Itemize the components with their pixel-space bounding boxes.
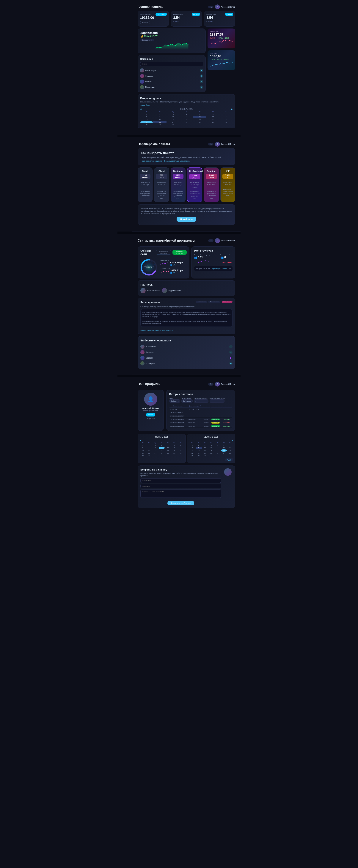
cal-day[interactable]: 24 (152, 452, 159, 454)
cal-day[interactable]: 2 (146, 444, 152, 446)
cal-day[interactable]: 19 (214, 449, 221, 452)
cal-day-17[interactable]: 17 (167, 118, 180, 121)
connect-partner-btn[interactable]: Подключить партнёра (156, 250, 171, 255)
buy-btn-mine1[interactable]: Купить (192, 13, 200, 16)
cal-day[interactable]: 14 (227, 447, 233, 449)
binary-structure-btn[interactable]: Бинарная структура (172, 250, 187, 255)
cal-day[interactable]: 3 (152, 444, 159, 446)
dec-cal-next[interactable]: ▶ (232, 439, 233, 441)
add-mining-btn[interactable]: + (200, 80, 203, 83)
cal-day-19[interactable]: 19 (193, 118, 206, 121)
cal-day[interactable]: 13 (221, 447, 227, 449)
add-investment-btn[interactable]: + (200, 69, 203, 72)
cal-day[interactable]: 28 (177, 452, 184, 454)
cal-day[interactable]: 4 (208, 444, 214, 446)
cal-day-21[interactable]: 21 (220, 118, 233, 121)
cal-day[interactable]: 11 (208, 447, 214, 449)
cal-day[interactable]: 27 (221, 452, 227, 454)
select-investment-btn[interactable]: + (229, 345, 232, 348)
cal-day[interactable]: 2 (196, 444, 202, 446)
filter-type-select[interactable]: Выберите (182, 399, 193, 403)
cal-day-13[interactable]: 13 (206, 116, 219, 118)
cal-day[interactable]: 31 (202, 455, 208, 457)
cal-day[interactable]: 15 (189, 449, 195, 452)
cal-day-12[interactable]: 12 (193, 116, 206, 118)
logout-btn[interactable]: Выйти (146, 413, 156, 416)
cal-day-26[interactable]: 26 (193, 121, 206, 123)
add-support-btn[interactable]: + (200, 86, 203, 89)
cal-day-24[interactable]: 24 (167, 121, 180, 123)
cal-day[interactable]: 16 (146, 449, 152, 452)
lang-selector-4[interactable]: Ru (208, 383, 214, 385)
cal-day[interactable]: 28 (227, 452, 233, 454)
filter-from-select[interactable]: 1 (194, 399, 209, 403)
cal-day[interactable]: 7 (227, 444, 233, 446)
cal-day-27[interactable]: 27 (206, 121, 219, 123)
cal-day[interactable]: 12 (214, 447, 221, 449)
lang-selector-2[interactable]: Ru (208, 143, 214, 146)
left-branch-mode-btn[interactable]: Левая ветка (196, 301, 207, 303)
cal-day[interactable]: 22 (189, 452, 195, 454)
cal-day-1[interactable]: 1 (140, 113, 153, 116)
cal-day[interactable]: 29 (140, 455, 146, 457)
cal-day[interactable]: 29 (189, 455, 195, 457)
cal-day[interactable]: 20 (171, 449, 177, 452)
support-problem-textarea[interactable] (140, 490, 221, 498)
cal-day-22-today[interactable]: 22 (140, 121, 153, 123)
cal-day[interactable]: 25 (159, 452, 165, 454)
cal-day-29[interactable]: 29 (140, 123, 153, 126)
cal-day[interactable]: 1 (140, 444, 146, 446)
cal-day[interactable]: 3 (202, 444, 208, 446)
lang-selector[interactable]: Ru (208, 6, 214, 8)
cal-day-7[interactable]: 7 (220, 113, 233, 116)
cal-day[interactable]: 10 (202, 447, 208, 449)
cal-day[interactable]: 1 (189, 444, 195, 446)
cal-day-today-dec[interactable]: 20 (221, 449, 227, 452)
send-message-btn[interactable]: Отправить сообщение (167, 501, 194, 505)
cal-day[interactable]: 8 (189, 447, 195, 449)
nov-cal-prev[interactable]: ◀ (140, 439, 141, 441)
cal-day[interactable]: 26 (214, 452, 221, 454)
hardfork-link[interactable]: нашем блоге (140, 104, 150, 106)
cal-day-11[interactable]: 11 (180, 116, 193, 118)
package-professional[interactable]: Professional 3 499 USDT Начисляется20 00… (187, 167, 202, 202)
support-name-input[interactable] (140, 484, 221, 488)
cal-day[interactable]: 7 (177, 444, 184, 446)
cal-next-btn[interactable]: ▶ (231, 108, 233, 110)
cal-day-6[interactable]: 6 (206, 113, 219, 116)
distribution-link[interactable]: Читайте: Бинарная структура, Бинарный Ве… (140, 330, 174, 331)
partner-program-link[interactable]: Партнерская программа (141, 160, 162, 162)
period-selector[interactable]: За неделю ▼ (140, 39, 154, 41)
cal-day[interactable]: 25 (208, 452, 214, 454)
cal-day[interactable]: 18 (159, 449, 165, 452)
cal-day-8[interactable]: 8 (140, 116, 153, 118)
cal-day-9[interactable]: 9 (153, 116, 166, 118)
cal-day-3[interactable]: 3 (167, 113, 180, 116)
cal-day[interactable]: 15 (140, 449, 146, 452)
add-date-btn[interactable]: + Дор (225, 458, 233, 461)
cal-day-5[interactable]: 5 (193, 113, 206, 116)
acquire-btn[interactable]: Приобрести (176, 217, 196, 222)
auto-mode-btn[interactable]: Авто ренев (222, 301, 232, 303)
package-premium[interactable]: Premium 4 499 USDT Начисляется50 000 SQV… (204, 167, 219, 202)
package-vip[interactable]: VIP 7 499 USDT НачисляетсятокеновВозможн… (220, 167, 235, 202)
select-support-btn[interactable]: + (229, 362, 232, 365)
cal-day[interactable]: 9 (146, 447, 152, 449)
cal-day-16[interactable]: 16 (153, 118, 166, 121)
search-input[interactable] (140, 62, 203, 66)
cal-day-today[interactable]: 11 (159, 447, 165, 449)
copy-ref-btn[interactable]: ⧉ (229, 267, 231, 270)
marketing-table-link[interactable]: Сводная таблица маркетинга (164, 160, 189, 162)
cal-day[interactable]: 17 (202, 449, 208, 452)
cal-day[interactable]: 6 (171, 444, 177, 446)
select-finance-btn[interactable]: + (229, 350, 232, 354)
cal-day[interactable]: 5 (214, 444, 221, 446)
cal-day-10[interactable]: 10 (167, 116, 180, 118)
cal-day[interactable]: 21 (177, 449, 184, 452)
cal-day[interactable]: 6 (221, 444, 227, 446)
add-finance-btn[interactable]: + (200, 74, 203, 78)
cal-day-25[interactable]: 25 (180, 121, 193, 123)
cal-day[interactable]: 23 (146, 452, 152, 454)
right-branch-mode-btn[interactable]: Правая ветка (208, 301, 221, 303)
cal-day-highlight[interactable]: 9 (196, 447, 202, 449)
